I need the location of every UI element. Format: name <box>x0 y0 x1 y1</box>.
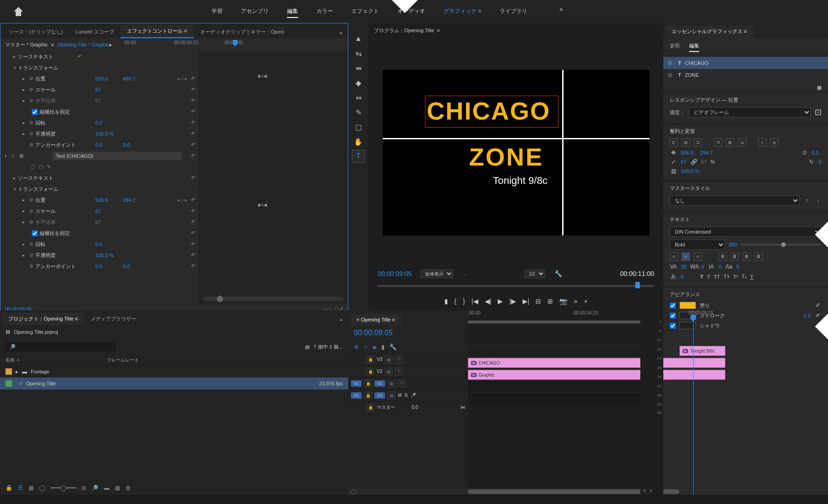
stroke-checkbox[interactable] <box>670 313 676 319</box>
track-v3[interactable]: fxTonight 9/8c <box>468 344 640 356</box>
track-head-v3[interactable]: 🔒V3 ▤⦾ <box>348 353 468 365</box>
clip-tonight[interactable]: fxTonight 9/8c <box>679 346 725 356</box>
tabs-more-icon[interactable]: » <box>336 27 346 38</box>
track-v1[interactable]: fxGraphic ▼ <box>468 368 640 380</box>
ws-edit[interactable]: 編集 <box>287 6 298 18</box>
keyframe-nav[interactable]: ◂ ◇ ▸ <box>177 76 187 81</box>
tab-audio-mixer[interactable]: オーディオクリップミキサー：Openi <box>194 26 291 38</box>
timeline-zoom[interactable] <box>468 488 640 495</box>
zoom-select[interactable]: 全体表示 <box>421 269 453 278</box>
track-select-tool-icon[interactable]: ⇆ <box>352 47 365 60</box>
track-head-v2[interactable]: 🔒V2 ▤⦾ <box>348 365 468 377</box>
lock-icon[interactable]: 🔒 <box>367 356 374 363</box>
eg-layer-zone[interactable]: ⦾TZONE <box>663 69 828 81</box>
shadow-checkbox[interactable] <box>670 323 676 329</box>
controls-more-icon[interactable]: » <box>574 298 577 305</box>
allcaps-icon[interactable]: TT <box>714 274 720 280</box>
pin-to-select[interactable]: ビデオフレーム <box>689 107 811 117</box>
auto-sequence-icon[interactable]: ⊞ <box>81 485 86 491</box>
ws-library[interactable]: ライブラリ <box>500 6 527 18</box>
bin-icon[interactable]: ▤ <box>6 329 10 335</box>
eye-icon[interactable]: ⦾ <box>10 153 16 159</box>
track-head-master[interactable]: 🔒マスター 0.0 ⋈ <box>348 401 468 413</box>
extract-icon[interactable]: ⊞ <box>547 298 553 305</box>
eg-layer-chicago[interactable]: ⦾TCHICAGO <box>663 57 828 69</box>
lock-aspect-checkbox[interactable] <box>32 109 38 115</box>
faux-bold-icon[interactable]: T <box>700 274 703 280</box>
preview-canvas[interactable]: CHICAGO ZONE Tonight 9/8c <box>383 70 650 235</box>
rectangle-tool-icon[interactable]: ▢ <box>352 120 365 133</box>
text-align-right-icon[interactable]: ≡ <box>694 252 702 261</box>
ec-sequence-link[interactable]: Opening Title * Graphic <box>57 42 109 47</box>
settings-icon[interactable]: 🔧 <box>389 344 397 350</box>
preview-text-zone[interactable]: ZONE <box>469 143 544 171</box>
subscript-icon[interactable]: T₁ <box>742 274 747 280</box>
eg-panel-tab[interactable]: エッセンシャルグラフィックス ≡ <box>665 25 753 38</box>
eye-icon[interactable]: ⦾ <box>395 356 402 363</box>
resolution-select[interactable]: 1/2 <box>525 269 545 278</box>
project-item-sequence[interactable]: ≡ Opening Title 23.976 fps <box>0 378 348 389</box>
program-scrubber[interactable] <box>378 282 654 290</box>
timeline-current-time[interactable]: 00:00:09:05 <box>354 329 462 337</box>
lift-icon[interactable]: ⊟ <box>535 298 541 305</box>
sync-lock-icon[interactable]: ▤ <box>385 356 392 363</box>
tab-media-browser[interactable]: メディアブラウザー <box>84 313 143 325</box>
align-left-icon[interactable]: ⊏ <box>670 138 678 147</box>
align-vcenter-icon[interactable]: ⊞ <box>726 138 734 147</box>
ellipse-mask-icon[interactable]: ◯ <box>29 164 35 170</box>
ec-playhead[interactable] <box>233 40 237 46</box>
razor-tool-icon[interactable]: ◆ <box>352 76 365 89</box>
type-tool-icon[interactable]: T <box>352 150 365 163</box>
find-icon[interactable]: 🔎 <box>92 485 98 491</box>
underline-icon[interactable]: T <box>750 274 753 280</box>
tab-timeline[interactable]: × Opening Title ≡ <box>350 314 402 325</box>
filter-icon[interactable]: ▤ <box>305 344 310 350</box>
mark-in-icon[interactable]: { <box>454 298 457 305</box>
tab-source[interactable]: ソース：(クリップなし) <box>2 26 69 38</box>
preview-text-tonight[interactable]: Tonight 9/8c <box>493 175 548 187</box>
eg-tab-browse[interactable]: 参照 <box>670 40 680 52</box>
clip-chicago[interactable]: fxCHICAGO <box>468 358 725 368</box>
project-search-input[interactable] <box>6 342 116 351</box>
new-item-icon[interactable]: ▦ <box>115 485 120 491</box>
project-item-footage[interactable]: ▸▬ Footage <box>0 366 348 378</box>
text-justify-icon[interactable]: ≣ <box>719 252 727 261</box>
ws-color[interactable]: カラー <box>316 6 333 18</box>
eye-icon[interactable]: ⦾ <box>668 60 674 66</box>
program-playhead[interactable] <box>635 282 640 288</box>
pin-box-icon[interactable]: ⊡ <box>815 107 822 117</box>
tab-project[interactable]: プロジェクト：Opening Title ≡ <box>2 313 84 325</box>
new-layer-icon[interactable]: ▦ <box>817 85 822 90</box>
distribute-h-icon[interactable]: ⫴ <box>758 138 766 147</box>
tab-effect-controls[interactable]: エフェクトコントロール ≡ <box>121 25 193 38</box>
distribute-v-icon[interactable]: ⫼ <box>770 138 778 147</box>
target-v1[interactable]: V1 <box>374 380 385 387</box>
source-v1[interactable]: V1 <box>351 380 362 387</box>
text-layer[interactable]: Text (CHICAGO) <box>53 152 182 160</box>
sort-asc-icon[interactable]: ∧ <box>16 357 20 362</box>
tab-lumetri[interactable]: Lumetri スコープ <box>69 26 121 38</box>
ripple-tool-icon[interactable]: ⇹ <box>352 62 365 74</box>
smallcaps-icon[interactable]: Tᴛ <box>724 274 730 280</box>
align-hcenter-icon[interactable]: ⊟ <box>682 138 690 147</box>
push-style-icon[interactable]: ↑ <box>803 197 811 204</box>
ws-effects[interactable]: エフェクト <box>351 6 379 18</box>
linked-selection-icon[interactable]: ◈ <box>372 344 377 350</box>
slip-tool-icon[interactable]: ⇔ <box>352 91 365 104</box>
track-v2[interactable]: fxCHICAGO <box>468 356 640 368</box>
reset-icon[interactable]: ↶ <box>78 53 82 60</box>
track-head-v1[interactable]: V1🔒V1 ▤⦾ <box>348 377 468 389</box>
step-forward-icon[interactable]: |▶ <box>509 298 516 305</box>
superscript-icon[interactable]: T¹ <box>733 274 738 280</box>
trash-icon[interactable]: 🗑 <box>126 485 131 491</box>
new-bin-icon[interactable]: ▬ <box>104 485 109 491</box>
icon-view-icon[interactable]: ▦ <box>29 485 34 491</box>
font-family-select[interactable]: DIN Condensed <box>670 227 822 237</box>
wrench-icon[interactable]: 🔧 <box>554 270 562 277</box>
add-button-icon[interactable]: + <box>584 298 587 305</box>
preview-text-chicago[interactable]: CHICAGO <box>427 97 551 125</box>
add-marker-icon[interactable]: ▮ <box>444 298 448 305</box>
timeline-ruler[interactable]: :00:00 00:00:04:23 00:00:09:23 <box>468 310 640 324</box>
selection-tool-icon[interactable]: ▲ <box>352 32 365 45</box>
track-head-a1[interactable]: A1🔒A1 ▤MS🎤 <box>348 389 468 401</box>
